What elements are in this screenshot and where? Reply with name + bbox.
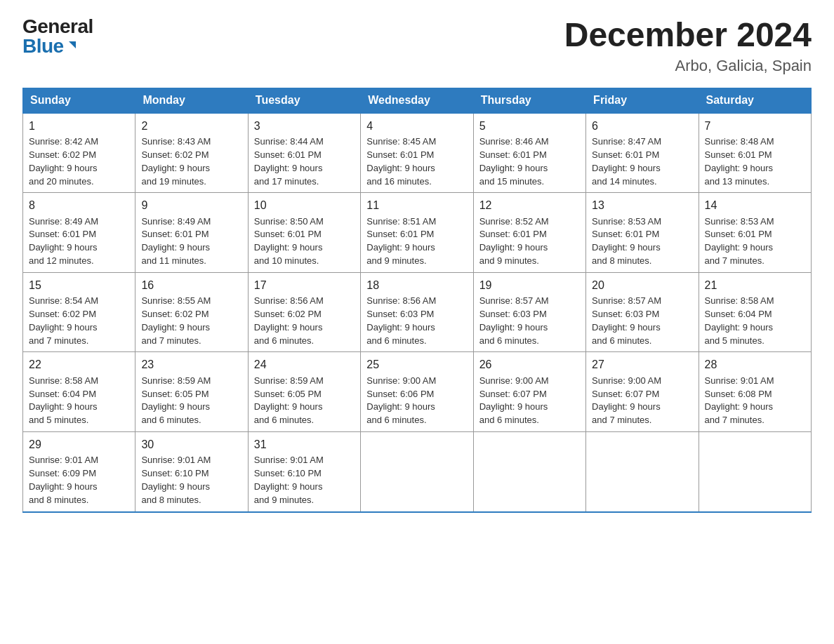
calendar-cell: 23Sunrise: 8:59 AMSunset: 6:05 PMDayligh…	[135, 352, 248, 432]
day-info: Sunrise: 8:46 AMSunset: 6:01 PMDaylight:…	[479, 136, 549, 187]
day-info: Sunrise: 9:00 AMSunset: 6:07 PMDaylight:…	[479, 375, 549, 426]
day-info: Sunrise: 8:50 AMSunset: 6:01 PMDaylight:…	[254, 216, 324, 267]
day-number: 31	[254, 436, 355, 452]
day-info: Sunrise: 9:01 AMSunset: 6:10 PMDaylight:…	[254, 455, 324, 505]
calendar-cell	[586, 432, 699, 512]
day-info: Sunrise: 8:42 AMSunset: 6:02 PMDaylight:…	[29, 136, 98, 187]
day-number: 25	[366, 356, 467, 373]
calendar-cell: 10Sunrise: 8:50 AMSunset: 6:01 PMDayligh…	[248, 193, 360, 273]
day-info: Sunrise: 8:47 AMSunset: 6:01 PMDaylight:…	[592, 136, 661, 187]
calendar-cell: 11Sunrise: 8:51 AMSunset: 6:01 PMDayligh…	[361, 193, 473, 273]
day-number: 23	[141, 356, 241, 373]
calendar-cell: 13Sunrise: 8:53 AMSunset: 6:01 PMDayligh…	[586, 193, 699, 273]
day-number: 8	[29, 197, 129, 213]
day-info: Sunrise: 8:58 AMSunset: 6:04 PMDaylight:…	[29, 375, 98, 426]
svg-marker-0	[69, 41, 76, 48]
day-number: 27	[592, 356, 692, 373]
day-number: 7	[705, 118, 805, 134]
day-number: 28	[705, 356, 805, 373]
header-saturday: Saturday	[699, 88, 811, 113]
day-info: Sunrise: 8:52 AMSunset: 6:01 PMDaylight:…	[479, 216, 549, 267]
calendar-cell: 15Sunrise: 8:54 AMSunset: 6:02 PMDayligh…	[23, 272, 135, 352]
title-block: December 2024 Arbo, Galicia, Spain	[564, 17, 812, 75]
day-info: Sunrise: 8:57 AMSunset: 6:03 PMDaylight:…	[592, 295, 661, 346]
calendar-cell: 9Sunrise: 8:49 AMSunset: 6:01 PMDaylight…	[135, 193, 248, 273]
day-number: 9	[141, 197, 241, 213]
calendar-cell	[473, 432, 585, 512]
day-info: Sunrise: 9:00 AMSunset: 6:07 PMDaylight:…	[592, 375, 661, 426]
day-info: Sunrise: 8:56 AMSunset: 6:03 PMDaylight:…	[366, 295, 436, 346]
header-sunday: Sunday	[23, 88, 135, 113]
day-number: 4	[366, 118, 467, 134]
day-number: 19	[479, 277, 580, 293]
header-tuesday: Tuesday	[248, 88, 360, 113]
day-number: 24	[254, 356, 355, 373]
day-info: Sunrise: 8:53 AMSunset: 6:01 PMDaylight:…	[705, 216, 774, 267]
day-number: 16	[141, 277, 241, 293]
day-info: Sunrise: 8:48 AMSunset: 6:01 PMDaylight:…	[705, 136, 774, 187]
day-number: 11	[366, 197, 467, 213]
day-info: Sunrise: 8:43 AMSunset: 6:02 PMDaylight:…	[141, 136, 211, 187]
day-info: Sunrise: 8:58 AMSunset: 6:04 PMDaylight:…	[705, 295, 774, 346]
day-info: Sunrise: 8:49 AMSunset: 6:01 PMDaylight:…	[141, 216, 211, 267]
day-info: Sunrise: 9:01 AMSunset: 6:08 PMDaylight:…	[705, 375, 774, 426]
day-number: 29	[29, 436, 129, 452]
day-info: Sunrise: 9:01 AMSunset: 6:10 PMDaylight:…	[141, 455, 211, 505]
calendar-cell: 6Sunrise: 8:47 AMSunset: 6:01 PMDaylight…	[586, 113, 699, 193]
day-info: Sunrise: 8:59 AMSunset: 6:05 PMDaylight:…	[141, 375, 211, 426]
calendar-cell: 31Sunrise: 9:01 AMSunset: 6:10 PMDayligh…	[248, 432, 360, 512]
day-info: Sunrise: 9:00 AMSunset: 6:06 PMDaylight:…	[366, 375, 436, 426]
day-number: 14	[705, 197, 805, 213]
day-number: 22	[29, 356, 129, 373]
logo: General Blue	[22, 17, 93, 56]
day-info: Sunrise: 8:44 AMSunset: 6:01 PMDaylight:…	[254, 136, 324, 187]
calendar-cell: 28Sunrise: 9:01 AMSunset: 6:08 PMDayligh…	[699, 352, 811, 432]
calendar-cell: 2Sunrise: 8:43 AMSunset: 6:02 PMDaylight…	[135, 113, 248, 193]
calendar-cell: 5Sunrise: 8:46 AMSunset: 6:01 PMDaylight…	[473, 113, 585, 193]
week-row-5: 29Sunrise: 9:01 AMSunset: 6:09 PMDayligh…	[23, 432, 812, 512]
day-number: 2	[141, 118, 241, 134]
day-number: 10	[254, 197, 355, 213]
calendar-cell: 21Sunrise: 8:58 AMSunset: 6:04 PMDayligh…	[699, 272, 811, 352]
header-thursday: Thursday	[473, 88, 585, 113]
calendar-table: SundayMondayTuesdayWednesdayThursdayFrid…	[22, 88, 812, 513]
logo-triangle-icon	[66, 39, 79, 53]
day-info: Sunrise: 8:51 AMSunset: 6:01 PMDaylight:…	[366, 216, 436, 267]
day-number: 5	[479, 118, 580, 134]
week-row-2: 8Sunrise: 8:49 AMSunset: 6:01 PMDaylight…	[23, 193, 812, 273]
calendar-cell: 17Sunrise: 8:56 AMSunset: 6:02 PMDayligh…	[248, 272, 360, 352]
day-number: 15	[29, 277, 129, 293]
calendar-subtitle: Arbo, Galicia, Spain	[564, 57, 812, 75]
day-info: Sunrise: 8:53 AMSunset: 6:01 PMDaylight:…	[592, 216, 661, 267]
calendar-cell: 25Sunrise: 9:00 AMSunset: 6:06 PMDayligh…	[361, 352, 473, 432]
day-info: Sunrise: 8:54 AMSunset: 6:02 PMDaylight:…	[29, 295, 98, 346]
header-monday: Monday	[135, 88, 248, 113]
day-info: Sunrise: 8:56 AMSunset: 6:02 PMDaylight:…	[254, 295, 324, 346]
calendar-cell: 12Sunrise: 8:52 AMSunset: 6:01 PMDayligh…	[473, 193, 585, 273]
calendar-cell	[699, 432, 811, 512]
calendar-header-row: SundayMondayTuesdayWednesdayThursdayFrid…	[23, 88, 812, 113]
calendar-cell: 29Sunrise: 9:01 AMSunset: 6:09 PMDayligh…	[23, 432, 135, 512]
day-number: 3	[254, 118, 355, 134]
day-number: 26	[479, 356, 580, 373]
calendar-cell: 8Sunrise: 8:49 AMSunset: 6:01 PMDaylight…	[23, 193, 135, 273]
calendar-cell: 7Sunrise: 8:48 AMSunset: 6:01 PMDaylight…	[699, 113, 811, 193]
logo-general: General	[22, 17, 93, 36]
day-number: 1	[29, 118, 129, 134]
day-number: 12	[479, 197, 580, 213]
week-row-3: 15Sunrise: 8:54 AMSunset: 6:02 PMDayligh…	[23, 272, 812, 352]
day-info: Sunrise: 8:55 AMSunset: 6:02 PMDaylight:…	[141, 295, 211, 346]
calendar-cell: 1Sunrise: 8:42 AMSunset: 6:02 PMDaylight…	[23, 113, 135, 193]
day-info: Sunrise: 8:49 AMSunset: 6:01 PMDaylight:…	[29, 216, 98, 267]
day-number: 30	[141, 436, 241, 452]
day-info: Sunrise: 8:45 AMSunset: 6:01 PMDaylight:…	[366, 136, 436, 187]
day-number: 21	[705, 277, 805, 293]
calendar-cell: 22Sunrise: 8:58 AMSunset: 6:04 PMDayligh…	[23, 352, 135, 432]
header-wednesday: Wednesday	[361, 88, 473, 113]
logo-blue: Blue	[22, 36, 64, 56]
header-friday: Friday	[586, 88, 699, 113]
calendar-cell: 24Sunrise: 8:59 AMSunset: 6:05 PMDayligh…	[248, 352, 360, 432]
week-row-4: 22Sunrise: 8:58 AMSunset: 6:04 PMDayligh…	[23, 352, 812, 432]
calendar-cell: 19Sunrise: 8:57 AMSunset: 6:03 PMDayligh…	[473, 272, 585, 352]
calendar-cell: 20Sunrise: 8:57 AMSunset: 6:03 PMDayligh…	[586, 272, 699, 352]
